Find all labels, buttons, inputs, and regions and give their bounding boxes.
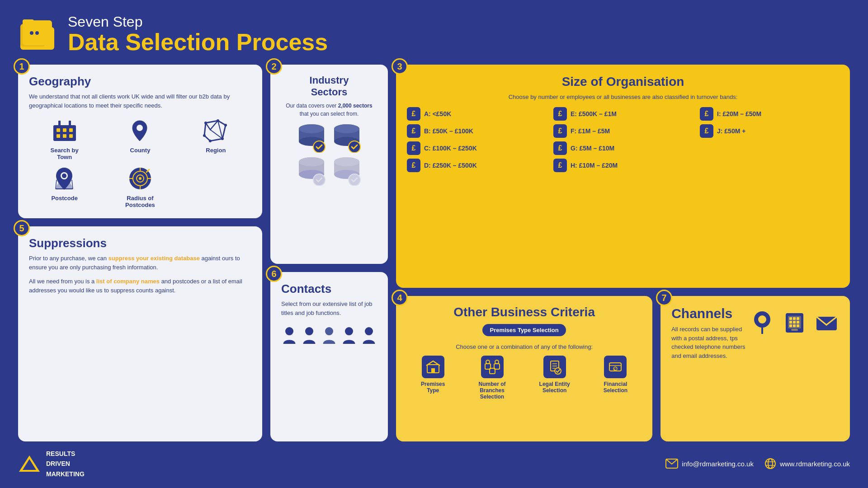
svg-rect-83 <box>797 317 799 320</box>
contacts-title: Contacts <box>281 282 377 296</box>
geo-item-town: Search byTown <box>29 117 100 160</box>
band-c: £ C: £100K – £250K <box>407 141 546 155</box>
svg-rect-8 <box>63 128 66 132</box>
geography-title: Geography <box>29 75 251 89</box>
other-financial: £ FinancialSelection <box>604 356 627 394</box>
svg-point-52 <box>334 157 359 166</box>
header-icon <box>18 16 59 52</box>
industry-card: 2 IndustrySectors Our data covers over 2… <box>270 65 388 264</box>
svg-point-18 <box>224 124 227 127</box>
geography-icons: Search byTown County <box>29 117 251 208</box>
svg-point-55 <box>305 327 313 335</box>
geo-item-county: County <box>104 117 175 160</box>
header: Seven Step Data Selection Process <box>18 14 850 54</box>
svg-point-57 <box>345 327 353 335</box>
geo-item-radius: Radius ofPostcodes <box>104 165 175 208</box>
svg-point-21 <box>203 134 206 137</box>
size-subtitle: Choose by number or employees or all bus… <box>407 93 839 102</box>
step-3-number: 3 <box>392 58 408 75</box>
header-subtitle: Seven Step <box>68 14 328 30</box>
svg-rect-89 <box>797 324 799 327</box>
other-business-card: 4 Other Business Criteria Premises Type … <box>396 296 652 441</box>
svg-rect-88 <box>793 324 796 327</box>
step-4-number: 4 <box>392 290 408 306</box>
footer-website: www.rdmarketing.co.uk <box>780 460 850 468</box>
footer-contact: info@rdmarketing.co.uk www.rdmarketing.c… <box>665 458 850 469</box>
svg-point-64 <box>486 360 490 364</box>
geo-item-region: Region <box>180 117 251 160</box>
contacts-card: 6 Contacts Select from our extensive lis… <box>270 272 388 441</box>
svg-point-17 <box>217 119 219 122</box>
other-premises: PremisesType <box>421 356 445 394</box>
svg-point-54 <box>285 327 293 335</box>
svg-rect-60 <box>431 368 435 373</box>
step-2-number: 2 <box>266 58 282 75</box>
database-icons <box>281 123 377 186</box>
header-text: Seven Step Data Selection Process <box>68 14 328 54</box>
premises-badge: Premises Type Selection <box>482 324 566 336</box>
svg-rect-10 <box>57 134 60 138</box>
geo-label-county: County <box>130 147 151 154</box>
band-e: £ E: £500K – £1M <box>553 107 693 121</box>
industry-body: Our data covers over 2,000 sectors that … <box>281 102 377 118</box>
svg-rect-90 <box>791 329 798 331</box>
other-legal-label: Legal EntitySelection <box>539 381 570 394</box>
channels-body: All records can be supplied with a posta… <box>671 325 750 360</box>
svg-point-20 <box>209 140 212 142</box>
other-title: Other Business Criteria <box>407 305 642 319</box>
size-card: 3 Size of Organisation Choose by number … <box>396 65 850 288</box>
suppressions-body2: All we need from you is a list of compan… <box>29 277 251 295</box>
svg-rect-12 <box>69 134 73 138</box>
other-biz-items: PremisesType <box>407 356 642 400</box>
svg-point-4 <box>30 31 33 35</box>
svg-point-5 <box>35 31 39 35</box>
other-legal: Legal EntitySelection <box>539 356 570 394</box>
svg-point-37 <box>299 124 324 133</box>
band-g: £ G: £5M – £10M <box>553 141 693 155</box>
size-bands-grid: £ A: <£50K £ E: £500K – £1M £ I: £20M – … <box>407 107 839 172</box>
contacts-body: Select from our extensive list of job ti… <box>281 300 377 317</box>
geo-label-region: Region <box>206 147 226 154</box>
contacts-person-icons <box>281 324 377 347</box>
step-6-number: 6 <box>266 266 282 282</box>
header-title: Data Selection Process <box>68 30 328 54</box>
svg-point-56 <box>325 327 333 335</box>
suppressions-body1: Prior to any purchase, we can suppress y… <box>29 254 251 272</box>
svg-rect-3 <box>23 19 34 24</box>
geo-item-postcode: Postcode <box>29 165 100 208</box>
footer-brand-text: RESULTS DRIVEN MARKETING <box>46 449 85 479</box>
svg-text:£: £ <box>614 368 616 371</box>
band-a: £ A: <£50K <box>407 107 546 121</box>
band-d: £ D: £250K – £500K <box>407 159 546 172</box>
svg-rect-14 <box>69 121 71 126</box>
industry-title: IndustrySectors <box>281 75 377 98</box>
svg-rect-84 <box>789 321 792 324</box>
other-subtitle: Choose one or a combination of any of th… <box>407 343 642 350</box>
other-premises-label: PremisesType <box>421 381 445 394</box>
geography-body: We understand that not all clients work … <box>29 92 251 110</box>
svg-rect-6 <box>53 125 76 141</box>
suppressions-title: Suppressions <box>29 236 251 250</box>
footer-email: info@rdmarketing.co.uk <box>682 460 754 468</box>
step-7-number: 7 <box>656 290 672 306</box>
channels-title: Channels <box>671 306 750 321</box>
suppressions-card: 5 Suppressions Prior to any purchase, we… <box>18 226 262 441</box>
geography-card: 1 Geography We understand that not all c… <box>18 65 262 218</box>
footer-logo: RESULTS DRIVEN MARKETING <box>18 449 85 479</box>
geo-label-radius: Radius ofPostcodes <box>125 195 155 208</box>
svg-point-47 <box>299 157 324 166</box>
svg-point-95 <box>765 459 775 469</box>
svg-point-58 <box>365 327 373 335</box>
svg-point-65 <box>495 360 499 364</box>
svg-point-42 <box>334 124 359 133</box>
svg-point-16 <box>204 122 207 124</box>
svg-rect-81 <box>789 317 792 320</box>
svg-point-19 <box>221 137 224 140</box>
channels-card: 7 Channels All records can be supplied w… <box>660 296 850 441</box>
other-branches: Number ofBranchesSelection <box>479 356 506 400</box>
band-h: £ H: £10M – £20M <box>553 159 693 172</box>
other-branches-label: Number ofBranchesSelection <box>479 381 506 400</box>
svg-rect-7 <box>57 128 60 132</box>
band-b: £ B: £50K – £100K <box>407 124 546 138</box>
svg-rect-87 <box>789 324 792 327</box>
